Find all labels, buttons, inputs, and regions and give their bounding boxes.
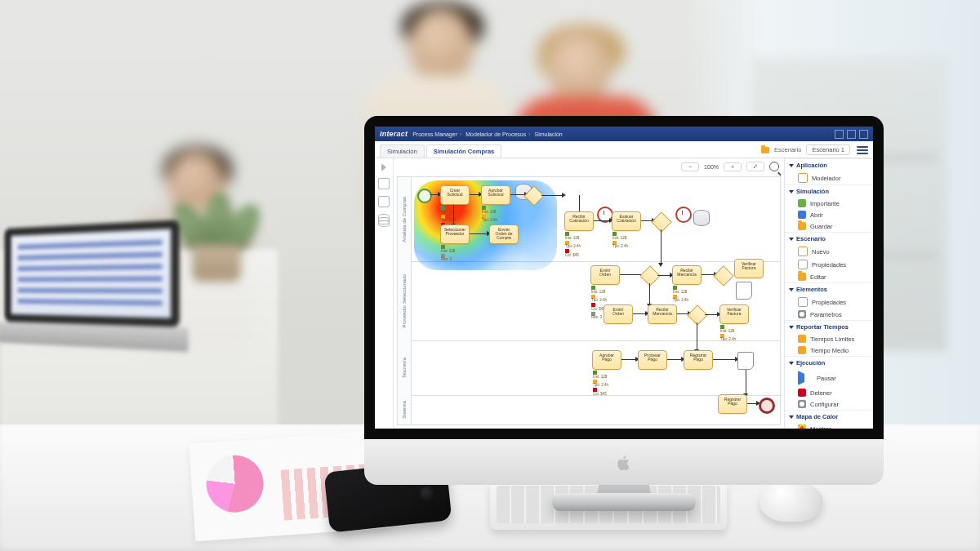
chevron-down-icon (789, 164, 794, 167)
breadcrumb-item[interactable]: Simulación (535, 131, 563, 137)
breadcrumb-item[interactable]: Modelador de Procesos (466, 131, 526, 137)
palette-section-header[interactable]: Mapa de Calor (785, 410, 873, 423)
shape-tool-icon[interactable] (378, 196, 390, 207)
window-controls (835, 130, 868, 139)
palette-section-title: Reportar Tiempos (796, 323, 849, 331)
palette-item[interactable]: Propiedades (785, 295, 873, 309)
palette-item[interactable]: Nuevo (785, 245, 873, 258)
palette-item[interactable]: Parámetros (785, 309, 873, 320)
gear-icon (798, 310, 806, 318)
task-node[interactable]: Procesar Pago (638, 350, 667, 370)
palette-item[interactable]: Abrir (785, 209, 873, 220)
close-button[interactable] (859, 130, 868, 139)
document-tabbar: Simulación Simulación Compras Escenario … (375, 141, 873, 158)
zoom-in-button[interactable]: + (724, 162, 742, 171)
document-node[interactable] (737, 352, 754, 370)
heat-icon (798, 424, 806, 429)
task-node[interactable]: Emitir Orden (604, 304, 633, 324)
process-canvas[interactable]: − 100% + ⤢ Analista de Compras Proveedo (394, 158, 784, 429)
palette-item-label: Tiempo Medio (810, 347, 849, 354)
task-node[interactable]: Enviar Orden de Compra (489, 224, 519, 244)
search-icon[interactable] (769, 162, 779, 171)
maximize-button[interactable] (847, 130, 856, 139)
datastore-node[interactable] (693, 210, 710, 226)
breadcrumb: Process Manager› Modelador de Procesos› … (412, 131, 563, 137)
zoom-value: 100% (704, 164, 719, 170)
document-tool-icon[interactable] (378, 178, 390, 189)
flow-icon (798, 173, 808, 183)
gear-icon (798, 400, 806, 408)
orange-icon (798, 335, 806, 343)
start-event[interactable] (417, 189, 432, 203)
task-node[interactable]: Registrar Pago (684, 350, 713, 370)
palette-section-header[interactable]: Reportar Tiempos (785, 320, 873, 333)
task-node[interactable]: Seleccionar Proveedor Inst: 128Rec: 3 (440, 224, 470, 244)
task-node[interactable]: Aprobar Solicitud Inst: 128Tpo: 2.4h (481, 185, 510, 205)
task-node[interactable]: Recibir Mercancía Inst: 128Tpo: 2.4h (672, 265, 702, 285)
red-icon (798, 389, 806, 397)
palette-item-label: Parámetros (810, 311, 842, 318)
palette-item-label: Guardar (810, 223, 833, 230)
palette-item[interactable]: Propiedades (785, 258, 873, 271)
menu-button[interactable] (857, 146, 868, 154)
palette-item[interactable]: Editar (785, 271, 873, 282)
timer-event[interactable] (675, 207, 692, 223)
minimize-button[interactable] (835, 130, 844, 139)
task-node[interactable]: Crear Solicitud Inst: 128Tpo: 2.4hCst: $… (440, 185, 470, 205)
palette-section-header[interactable]: Simulación (785, 184, 873, 198)
palette-item[interactable]: Detener (785, 387, 873, 398)
fit-button[interactable]: ⤢ (746, 162, 764, 171)
folder-icon (761, 147, 769, 153)
palette-section-header[interactable]: Elementos (785, 282, 873, 295)
imac-monitor: Interact Process Manager› Modelador de P… (364, 116, 884, 485)
gateway-node[interactable] (639, 265, 660, 286)
palette-section-title: Mapa de Calor (796, 413, 838, 420)
task-node[interactable]: Verificar Factura Inst: 128Tpo: 2.4h (719, 304, 749, 324)
palette-item[interactable]: Modelador (785, 171, 873, 184)
task-node[interactable]: Emitir Orden Inst: 128Tpo: 2.4hCst: $45R… (590, 265, 620, 285)
palette-item[interactable]: Configurar (785, 398, 873, 410)
palette-item-label: Nuevo (812, 248, 830, 256)
tool-palette: AplicaciónModeladorSimulaciónImportanteA… (784, 158, 873, 429)
gateway-node[interactable] (651, 211, 671, 232)
chevron-down-icon (789, 362, 794, 365)
orange-icon (798, 346, 806, 354)
palette-section-title: Ejecución (796, 359, 825, 367)
task-node[interactable]: Recibir Cotización Inst: 128Tpo: 2.4hCst… (564, 211, 594, 231)
gateway-node[interactable] (713, 265, 733, 286)
task-node[interactable]: Registrar Pago (718, 394, 747, 414)
palette-item-label: Editar (810, 273, 826, 281)
flag-icon (798, 371, 813, 385)
app-brand: Interact (380, 130, 408, 138)
document-node[interactable] (736, 282, 752, 300)
palette-item[interactable]: Pausar (785, 369, 873, 387)
task-node[interactable]: Recibir Mercancía (648, 304, 677, 324)
palette-section-title: Escenario (796, 235, 826, 242)
tab-list: Simulación Simulación Compras (380, 144, 501, 158)
datastore-tool-icon[interactable] (378, 214, 390, 227)
tab-simulacion[interactable]: Simulación (380, 144, 425, 158)
palette-section-header[interactable]: Escenario (785, 232, 873, 245)
palette-item[interactable]: Importante (785, 198, 873, 209)
scenario-select[interactable]: Escenario 1 (806, 144, 850, 155)
task-node[interactable]: Evaluar Cotización Inst: 128Tpo: 2.4h (612, 211, 641, 231)
zoom-out-button[interactable]: − (681, 162, 699, 171)
palette-item-label: Configurar (810, 401, 839, 408)
palette-section-header[interactable]: Ejecución (785, 356, 873, 369)
pointer-tool-icon[interactable] (381, 163, 386, 171)
task-node[interactable]: Aprobar Pago Inst: 128Tpo: 2.4hCst: $45 (592, 350, 621, 370)
gateway-node[interactable] (687, 304, 707, 325)
palette-item[interactable]: Mostrar (785, 423, 873, 429)
palette-section-header[interactable]: Aplicación (785, 158, 873, 171)
tab-simulacion-compras[interactable]: Simulación Compras (426, 144, 502, 158)
breadcrumb-item[interactable]: Process Manager (412, 131, 457, 137)
palette-item[interactable]: Tiempos Limites (785, 333, 873, 344)
end-event[interactable] (759, 398, 775, 414)
palette-item[interactable]: Tiempo Medio (785, 344, 873, 356)
chevron-down-icon (789, 326, 794, 329)
scenario-label: Escenario (774, 146, 801, 153)
palette-section-title: Elementos (796, 286, 827, 293)
palette-item[interactable]: Guardar (785, 220, 873, 232)
task-node[interactable]: Verificar Factura (734, 259, 764, 278)
palette-item-label: Detener (810, 389, 832, 397)
